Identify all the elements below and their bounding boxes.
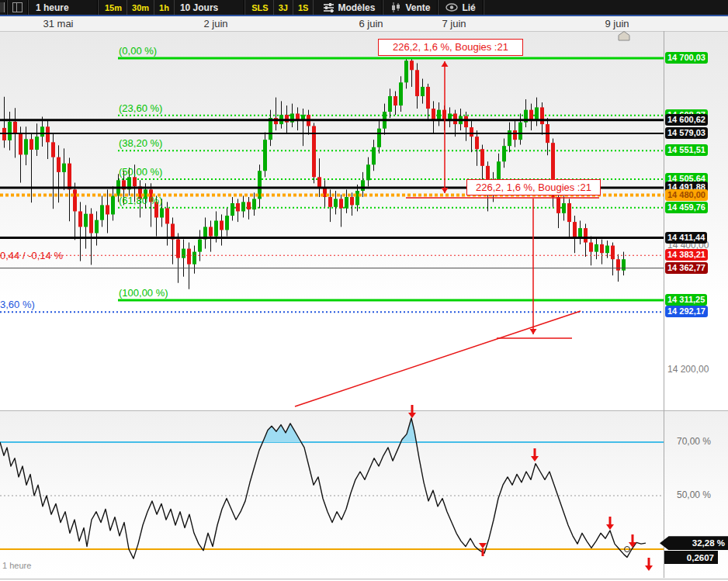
candle-body <box>567 203 571 222</box>
fib-label[interactable]: (38,20 %) <box>119 137 162 149</box>
candle-body <box>214 220 218 236</box>
candle-body <box>573 222 577 238</box>
price-level-tag: 14 700,03 <box>665 52 708 64</box>
price-level-tag: 14 480,00 <box>665 189 708 201</box>
candle-body <box>247 202 251 209</box>
candle-body <box>589 243 593 252</box>
fib-label[interactable]: (50,00 %) <box>119 166 162 178</box>
signal-arrow-down[interactable] <box>645 565 653 571</box>
candle-body <box>339 199 343 208</box>
signal-arrow-stem <box>632 534 634 542</box>
candle-body <box>89 214 93 233</box>
candle-body <box>252 199 256 209</box>
candle-body <box>399 82 403 105</box>
candle-body <box>366 164 370 180</box>
signal-arrow-stem <box>534 448 536 456</box>
candle-body <box>95 220 99 233</box>
candle-body <box>13 122 17 134</box>
variation-label: 0,44 / -0,14 % <box>0 250 63 261</box>
fib-extension-label: 3,60 %) <box>0 299 35 310</box>
signal-arrow-up[interactable] <box>479 543 487 548</box>
candle-body <box>198 240 202 252</box>
price-level-tag: 14 383,21 <box>665 249 708 261</box>
candle-body <box>415 70 419 96</box>
rsi-overbought-label: 70,00 % <box>677 436 711 447</box>
measure-label-box[interactable]: 226,2, 1,6 %, Bougies :21 <box>466 179 601 195</box>
candle-body <box>46 126 50 142</box>
candle-body <box>600 244 604 253</box>
price-level-tag: 14 551,51 <box>665 144 708 156</box>
candle-body <box>470 127 473 137</box>
candle-body <box>51 142 55 157</box>
candle-body <box>19 134 23 154</box>
candle-body <box>40 126 44 137</box>
candle-body <box>410 61 414 70</box>
fib-label[interactable]: (23,60 %) <box>119 102 162 114</box>
trading-platform-window: { "toolbar": { "timeframe": "1 heure", "… <box>0 0 728 581</box>
price-level-tag: 14 459,76 <box>665 202 708 213</box>
signal-arrow-down[interactable] <box>606 524 614 530</box>
fib-label[interactable]: (61,80 %) <box>119 195 162 206</box>
candle-body <box>225 216 229 230</box>
measure-label-box[interactable]: 226,2, 1,6 %, Bougies :21 <box>378 39 523 56</box>
candle-body <box>8 122 12 140</box>
candle-body <box>29 139 33 150</box>
candle-body <box>453 113 457 124</box>
candle-body <box>611 246 615 260</box>
candle-body <box>595 244 598 252</box>
arrow-head <box>530 329 537 334</box>
rsi-current-value-tag: 32,28 % <box>660 536 728 550</box>
candle-body <box>231 203 234 216</box>
candle-body <box>556 197 560 213</box>
price-level-tag: 14 579,03 <box>665 127 708 139</box>
price-level-tag: 14 311,25 <box>665 294 707 306</box>
signal-arrow-down[interactable] <box>531 456 539 462</box>
candle-body <box>111 195 115 214</box>
candle-body <box>62 164 66 172</box>
fib-label[interactable]: (0,00 %) <box>119 45 157 57</box>
candle-body <box>388 96 392 112</box>
signal-arrow-stem <box>482 548 484 556</box>
candle-body <box>355 191 359 205</box>
candle-body <box>187 249 191 265</box>
price-level-tag: 14 600,62 <box>665 114 708 126</box>
candle-body <box>540 107 544 124</box>
price-axis-tick: 14 200,00 <box>667 364 709 375</box>
signal-arrow-stem <box>411 405 414 413</box>
candle-body <box>84 214 88 227</box>
candle-body <box>393 96 397 105</box>
candle-body <box>584 228 588 242</box>
chart-canvas[interactable] <box>0 0 728 581</box>
candle-body <box>24 139 28 154</box>
candle-body <box>377 129 381 147</box>
candle-body <box>165 208 169 223</box>
rsi-aux-value-tag: 0,2607 <box>664 551 718 564</box>
candle-body <box>345 197 348 208</box>
trend-line[interactable] <box>295 311 581 406</box>
candle-body <box>269 118 272 140</box>
candle-body <box>73 189 77 211</box>
candle-body <box>263 140 267 171</box>
signal-arrow-down[interactable] <box>408 413 416 418</box>
candle-body <box>236 203 240 211</box>
candle-body <box>404 61 408 82</box>
candle-body <box>68 164 71 190</box>
candle-body <box>350 197 354 205</box>
candle-body <box>513 130 517 140</box>
price-level-tag: 14 362,77 <box>665 262 708 274</box>
home-icon[interactable] <box>619 32 629 41</box>
candle-body <box>421 87 425 96</box>
candle-body <box>78 211 82 227</box>
candle-body <box>106 205 109 214</box>
rsi-mid-label: 50,00 % <box>677 489 711 500</box>
candle-body <box>100 205 104 220</box>
candle-body <box>57 157 61 172</box>
candle-body <box>497 161 501 180</box>
candle-body <box>426 87 430 109</box>
fib-label[interactable]: (100,00 %) <box>119 287 168 299</box>
rsi-line <box>0 418 646 559</box>
signal-arrow-stem <box>648 558 650 565</box>
signal-arrow-stem <box>609 517 612 524</box>
candle-body <box>220 220 224 230</box>
candle-body <box>361 180 365 191</box>
